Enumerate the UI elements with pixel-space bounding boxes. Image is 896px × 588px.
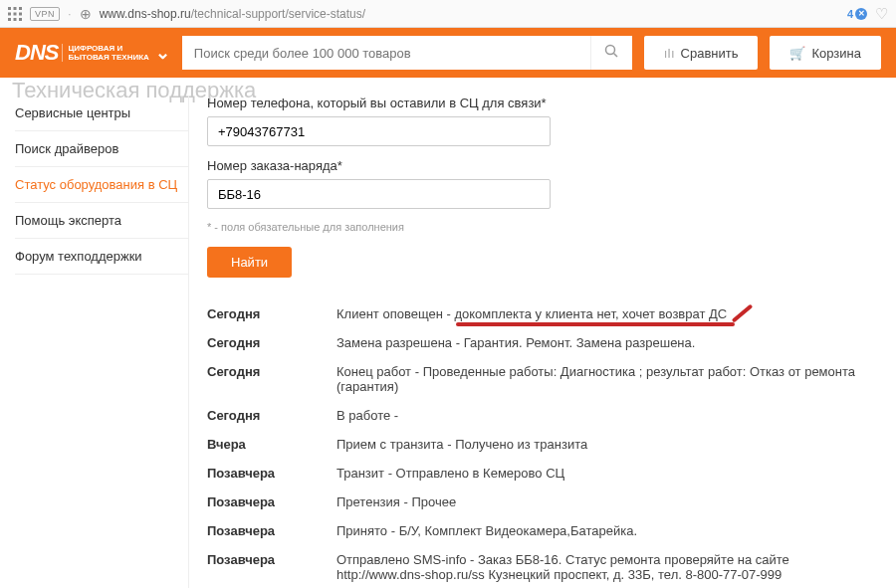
status-row: ПозавчераТранзит - Отправлено в Кемерово… [207,459,881,488]
sidebar-item[interactable]: Сервисные центры [15,96,188,131]
status-row: СегодняВ работе - [207,401,881,430]
order-label: Номер заказа-наряда* [207,158,881,173]
find-button[interactable]: Найти [207,247,292,278]
logo-subtitle: ЦИФРОВАЯ ИБЫТОВАЯ ТЕХНИКА [62,44,148,62]
main-content: Номер телефона, который вы оставили в СЦ… [189,96,881,588]
globe-icon: ⊕ [80,6,92,22]
status-date: Позавчера [207,552,336,582]
order-input[interactable] [207,179,551,209]
logo-text: DNS [15,40,58,66]
sidebar-item[interactable]: Статус оборудования в СЦ [15,167,188,203]
status-text: Замена разрешена - Гарантия. Ремонт. Зам… [336,335,881,350]
apps-icon[interactable] [8,7,22,21]
status-row: ПозавчераПретензия - Прочее [207,488,881,516]
svg-rect-7 [14,18,17,21]
favorite-icon[interactable]: ♡ [875,5,888,23]
svg-rect-2 [19,7,22,10]
required-note: * - поля обязательные для заполнения [207,221,881,233]
status-text: Транзит - Отправлено в Кемерово СЦ [336,466,881,481]
search-box [182,36,632,70]
browser-address-bar: VPN · ⊕ www.dns-shop.ru/technical-suppor… [0,0,896,28]
site-header: DNS ЦИФРОВАЯ ИБЫТОВАЯ ТЕХНИКА ⌄ ıIı Срав… [0,28,896,78]
svg-rect-0 [8,7,11,10]
status-date: Позавчера [207,523,336,538]
search-input[interactable] [182,36,590,70]
close-tabs-icon: ✕ [855,8,867,20]
status-text: Конец работ - Проведенные работы: Диагно… [336,364,881,394]
svg-rect-1 [14,7,17,10]
dot-separator: · [68,6,72,21]
status-text: Клиент оповещен - докомплекта у клиента … [336,306,881,321]
site-logo[interactable]: DNS ЦИФРОВАЯ ИБЫТОВАЯ ТЕХНИКА ⌄ [15,40,170,66]
annotation-mark [456,322,735,326]
tab-count-badge[interactable]: 4✕ [847,8,867,20]
status-row: ПозавчераПринято - Б/У, Комплект Видеока… [207,516,881,545]
cart-button[interactable]: 🛒 Корзина [770,36,881,70]
status-row: ПозавчераОтправлено SMS-info - Заказ ББ8… [207,545,881,588]
sidebar-item[interactable]: Поиск драйверов [15,131,188,167]
svg-rect-5 [19,12,22,15]
status-list: СегодняКлиент оповещен - докомплекта у к… [207,299,881,588]
status-row: СегодняКлиент оповещен - докомплекта у к… [207,299,881,328]
status-date: Сегодня [207,408,336,423]
sidebar-item[interactable]: Форум техподдержки [15,239,188,275]
svg-point-9 [605,46,614,55]
chevron-down-icon: ⌄ [155,42,170,64]
svg-rect-3 [8,12,11,15]
status-date: Вчера [207,437,336,452]
sidebar-item[interactable]: Помощь эксперта [15,203,188,239]
cart-icon: 🛒 [789,46,805,61]
status-row: СегодняЗамена разрешена - Гарантия. Ремо… [207,328,881,357]
annotation-mark [732,303,754,322]
svg-rect-4 [14,12,17,15]
status-text: Отправлено SMS-info - Заказ ББ8-16. Стат… [336,552,881,582]
search-icon [604,44,619,59]
sidebar-nav: Сервисные центрыПоиск драйверовСтатус об… [15,96,189,588]
url-display[interactable]: www.dns-shop.ru/technical-support/servic… [100,7,839,21]
status-date: Сегодня [207,306,336,321]
status-text: В работе - [336,408,881,423]
phone-label: Номер телефона, который вы оставили в СЦ… [207,96,881,110]
status-date: Позавчера [207,466,336,481]
svg-line-10 [613,54,617,58]
status-text: Принято - Б/У, Комплект Видеокамера,Бата… [336,523,881,538]
compare-icon: ıIı [664,46,675,61]
status-row: СегодняКонец работ - Проведенные работы:… [207,357,881,401]
svg-rect-8 [19,18,22,21]
search-button[interactable] [590,36,632,70]
status-row: ВчераПрием с транзита - Получено из тран… [207,430,881,459]
status-date: Сегодня [207,364,336,394]
status-date: Сегодня [207,335,336,350]
compare-button[interactable]: ıIı Сравнить [644,36,759,70]
status-text: Претензия - Прочее [336,494,881,509]
svg-rect-6 [8,18,11,21]
status-date: Позавчера [207,494,336,509]
status-text: Прием с транзита - Получено из транзита [336,437,881,452]
vpn-badge: VPN [30,7,60,21]
phone-input[interactable] [207,116,551,146]
